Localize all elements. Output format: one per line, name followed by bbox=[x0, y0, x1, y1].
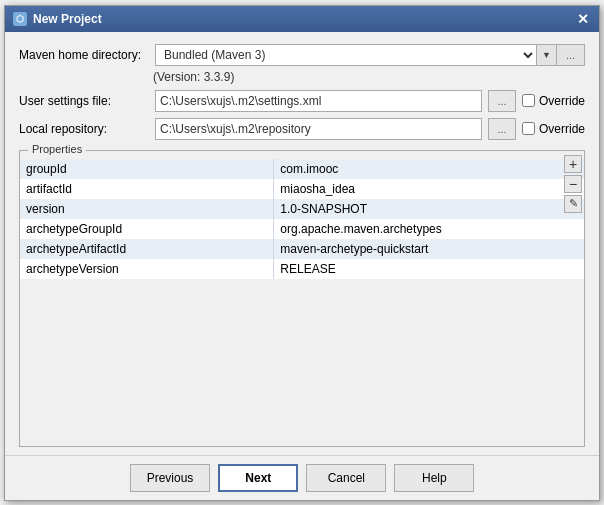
user-settings-row: User settings file: ... Override bbox=[19, 90, 585, 112]
property-value-1: miaosha_idea bbox=[274, 179, 584, 199]
title-bar: ⬡ New Project ✕ bbox=[5, 6, 599, 32]
property-row-5: archetypeVersionRELEASE bbox=[20, 259, 584, 279]
maven-dropdown-btn[interactable]: ▼ bbox=[537, 44, 557, 66]
local-repo-browse-btn[interactable]: ... bbox=[488, 118, 516, 140]
property-row-4: archetypeArtifactIdmaven-archetype-quick… bbox=[20, 239, 584, 259]
property-key-2: version bbox=[20, 199, 274, 219]
user-settings-browse-btn[interactable]: ... bbox=[488, 90, 516, 112]
property-key-5: archetypeVersion bbox=[20, 259, 274, 279]
properties-legend: Properties bbox=[28, 143, 86, 155]
title-bar-left: ⬡ New Project bbox=[13, 12, 102, 26]
window-title: New Project bbox=[33, 12, 102, 26]
property-key-1: artifactId bbox=[20, 179, 274, 199]
properties-fieldset: Properties + − ✎ groupIdcom.imoocartifac… bbox=[19, 150, 585, 447]
property-value-0: com.imooc bbox=[274, 159, 584, 179]
maven-home-select[interactable]: Bundled (Maven 3) bbox=[155, 44, 537, 66]
property-row-2: version1.0-SNAPSHOT bbox=[20, 199, 584, 219]
add-property-btn[interactable]: + bbox=[564, 155, 582, 173]
maven-select-container: Bundled (Maven 3) ▼ ... bbox=[155, 44, 585, 66]
maven-home-row: Maven home directory: Bundled (Maven 3) … bbox=[19, 44, 585, 66]
property-row-1: artifactIdmiaosha_idea bbox=[20, 179, 584, 199]
user-settings-input[interactable] bbox=[155, 90, 482, 112]
local-repo-row: Local repository: ... Override bbox=[19, 118, 585, 140]
properties-table-wrap: groupIdcom.imoocartifactIdmiaosha_ideave… bbox=[20, 159, 584, 446]
next-button[interactable]: Next bbox=[218, 464, 298, 492]
cancel-button[interactable]: Cancel bbox=[306, 464, 386, 492]
local-repo-override-label: Override bbox=[539, 122, 585, 136]
dialog-content: Maven home directory: Bundled (Maven 3) … bbox=[5, 32, 599, 455]
local-repo-override-checkbox[interactable] bbox=[522, 122, 535, 135]
close-button[interactable]: ✕ bbox=[575, 11, 591, 27]
dialog-new-project: ⬡ New Project ✕ Maven home directory: Bu… bbox=[4, 5, 600, 501]
property-row-0: groupIdcom.imooc bbox=[20, 159, 584, 179]
local-repo-override-row: Override bbox=[522, 122, 585, 136]
bottom-bar: Previous Next Cancel Help bbox=[5, 455, 599, 500]
remove-property-btn[interactable]: − bbox=[564, 175, 582, 193]
property-key-0: groupId bbox=[20, 159, 274, 179]
window-icon: ⬡ bbox=[13, 12, 27, 26]
property-key-4: archetypeArtifactId bbox=[20, 239, 274, 259]
edit-property-btn[interactable]: ✎ bbox=[564, 195, 582, 213]
side-actions: + − ✎ bbox=[564, 155, 582, 213]
property-value-2: 1.0-SNAPSHOT bbox=[274, 199, 584, 219]
maven-home-label: Maven home directory: bbox=[19, 48, 149, 62]
maven-more-btn[interactable]: ... bbox=[557, 44, 585, 66]
user-settings-override-label: Override bbox=[539, 94, 585, 108]
local-repo-label: Local repository: bbox=[19, 122, 149, 136]
properties-table: groupIdcom.imoocartifactIdmiaosha_ideave… bbox=[20, 159, 584, 279]
property-row-3: archetypeGroupIdorg.apache.maven.archety… bbox=[20, 219, 584, 239]
user-settings-override-checkbox[interactable] bbox=[522, 94, 535, 107]
help-button[interactable]: Help bbox=[394, 464, 474, 492]
property-value-3: org.apache.maven.archetypes bbox=[274, 219, 584, 239]
user-settings-override-row: Override bbox=[522, 94, 585, 108]
maven-version-text: (Version: 3.3.9) bbox=[153, 70, 234, 84]
user-settings-label: User settings file: bbox=[19, 94, 149, 108]
maven-version-line: (Version: 3.3.9) bbox=[153, 70, 585, 84]
property-key-3: archetypeGroupId bbox=[20, 219, 274, 239]
local-repo-input[interactable] bbox=[155, 118, 482, 140]
property-value-5: RELEASE bbox=[274, 259, 584, 279]
property-value-4: maven-archetype-quickstart bbox=[274, 239, 584, 259]
previous-button[interactable]: Previous bbox=[130, 464, 211, 492]
